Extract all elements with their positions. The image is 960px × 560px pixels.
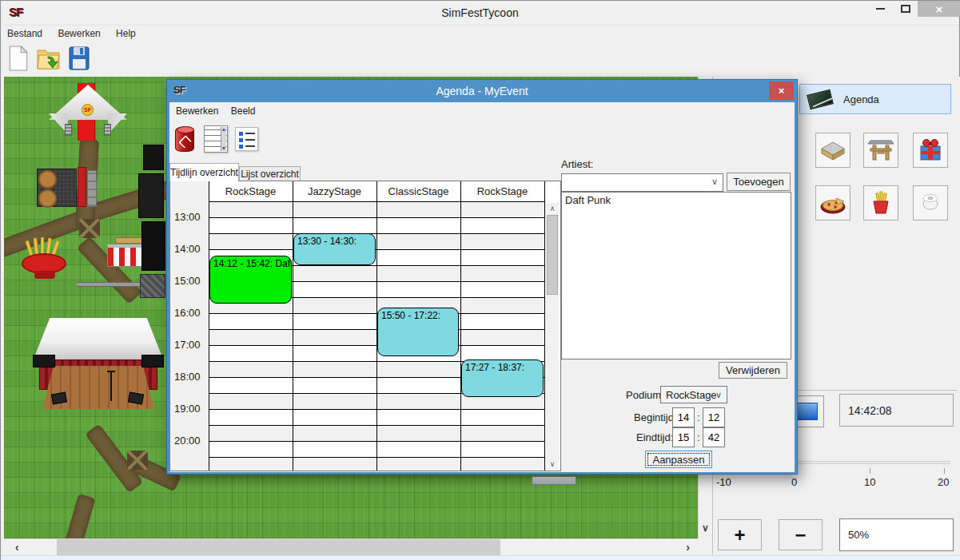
slider-label: 10 [864,476,875,488]
gift-box-icon [916,136,945,165]
burger [38,170,57,189]
item-button-gift[interactable] [913,133,948,168]
grid-line [376,181,377,471]
maximize-button[interactable] [894,1,918,17]
stage-speaker [141,355,164,367]
fry [41,237,44,255]
fries-stand[interactable] [20,240,68,280]
zoom-level-field[interactable]: 50% [839,518,954,551]
schedule-event[interactable]: 17:27 - 18:37: [461,359,544,397]
fries-bowl-base [34,271,55,279]
burger-stand[interactable] [37,167,86,207]
end-hour-input[interactable] [672,427,695,447]
time-gutter: 13:00 14:00 15:00 16:00 17:00 18:00 19:0… [170,181,209,471]
podium-select-value: RockStage [666,389,717,401]
dialog-title-bar: SF Agenda - MyEvent × [167,80,797,102]
end-minute-input[interactable] [703,427,725,447]
artist-listbox[interactable]: Daft Punk [561,192,791,359]
minimize-button[interactable] [868,1,892,17]
equipment-crate [140,274,165,298]
colon: : [697,411,700,423]
slider-label: 0 [791,476,797,488]
speaker-box [138,173,164,218]
map-horizontal-scrollbar[interactable]: ‹ › [4,538,698,555]
path-junction [79,219,100,238]
close-button[interactable]: × [918,1,960,17]
main-toolbar [1,41,959,77]
schedule-event-selected[interactable]: 14:12 - 15:42: Daft Punk [209,256,292,304]
scroll-down-icon[interactable]: ∨ [702,522,709,534]
bullet-list-view-icon[interactable] [235,127,258,151]
delete-bin-icon[interactable] [175,127,194,152]
menu-help[interactable]: Help [110,26,142,39]
artist-combobox[interactable]: ∨ [561,173,723,192]
podium-label: Podium: [626,389,664,401]
save-icon[interactable] [69,46,90,74]
tent-logo: SF [82,104,94,116]
dialog-menu-beeld[interactable]: Beeld [228,104,262,117]
menu-bewerken[interactable]: Bewerken [51,26,106,39]
zoom-out-button[interactable]: − [779,519,823,550]
item-button-torii-gate[interactable] [863,133,898,168]
item-button-fries[interactable] [863,185,898,220]
scroll-left-icon[interactable]: ‹ [15,541,19,554]
window-title: SimFestTycoon [1,6,959,19]
podium-select[interactable]: RockStage ∨ [660,386,727,403]
rock-stage[interactable] [33,318,164,412]
time-label: 15:00 [174,275,201,287]
chevron-down-icon: ∨ [711,177,718,187]
toilet-paper-icon [916,189,945,217]
blue-square-icon [797,403,818,420]
begin-minute-input[interactable] [703,407,725,427]
scroll-down-icon[interactable]: ∨ [546,460,559,468]
scrollbar-thumb[interactable] [547,215,558,295]
aanpassen-button[interactable]: Aanpassen [645,451,712,468]
list-detail-view-icon[interactable] [204,125,228,153]
begin-hour-input[interactable] [672,407,695,427]
grid-line [209,181,209,471]
column-header: JazzyStage [293,181,376,201]
bullet [239,145,243,149]
colon: : [697,431,700,443]
tab-lijst-overzicht[interactable]: Lijst overzicht [239,166,301,181]
item-button-toilet-paper[interactable] [913,185,948,220]
grid-vertical-scrollbar[interactable]: ∧ ∨ [546,203,559,470]
menu-bar: Bestand Bewerken Help [1,25,959,41]
new-file-icon[interactable] [7,46,30,74]
speaker-rig[interactable] [138,145,169,304]
toevoegen-button[interactable]: Toevoegen [727,173,791,191]
schedule-event[interactable]: 13:30 - 14:30: [293,233,376,265]
item-button-platform[interactable] [815,133,850,168]
verwijderen-button[interactable]: Verwijderen [719,362,787,379]
line [245,133,255,134]
item-button-pizza[interactable] [815,185,850,220]
scroll-up-icon[interactable]: ∧ [546,205,559,212]
grid-line [460,181,461,471]
scroll-right-icon[interactable]: › [686,541,690,554]
dialog-title: Agenda - MyEvent [167,85,797,97]
artist-list-item[interactable]: Daft Punk [562,193,791,206]
fries-icon [866,189,895,217]
time-label: 14:00 [174,243,201,255]
schedule-event[interactable]: 15:50 - 17:22: [377,308,459,356]
column-header: RockStage [460,181,544,201]
tab-tijdlijn-overzicht[interactable]: Tijdlijn overzicht [169,163,239,181]
zoom-in-button[interactable]: + [718,519,762,550]
status-bar [1,555,960,560]
metal-bench[interactable] [87,170,97,207]
dialog-close-button[interactable]: × [769,81,794,100]
time-label: 20:00 [174,435,201,447]
slider-label: 20 [938,476,949,488]
mini-scrollbar [221,127,226,151]
menu-bestand[interactable]: Bestand [1,26,49,39]
agenda-dialog: SF Agenda - MyEvent × Bewerken Beeld Tij… [166,79,798,475]
main-window: SF SimFestTycoon × Bestand Bewerken Help [0,0,960,560]
path-junction [127,451,148,470]
speaker-box [143,145,164,170]
dialog-menu-bewerken[interactable]: Bewerken [173,104,225,117]
open-file-icon[interactable] [37,46,61,74]
agenda-button[interactable]: Agenda [799,84,951,114]
scrollbar-thumb[interactable] [57,539,500,556]
dialog-body: Bewerken Beeld Tijdlijn overzicht Lijst … [169,102,795,472]
entrance-tent[interactable]: SF [49,85,127,139]
